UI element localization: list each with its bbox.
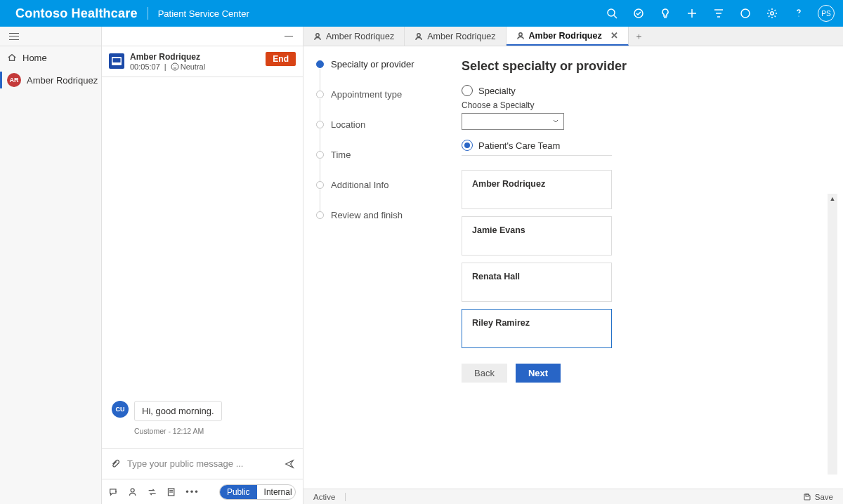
radio-care-team[interactable]: Patient's Care Team: [462, 140, 822, 151]
message-avatar: CU: [112, 401, 129, 418]
user-avatar[interactable]: PS: [818, 5, 835, 22]
svg-point-14: [131, 489, 134, 492]
search-icon[interactable]: [600, 0, 624, 27]
scroll-up-icon[interactable]: ▲: [830, 194, 836, 204]
svg-point-19: [417, 33, 420, 36]
step-review[interactable]: Review and finish: [316, 210, 440, 240]
radio-specialty[interactable]: Specialty: [462, 85, 822, 96]
svg-point-5: [741, 9, 750, 18]
person-icon: [516, 32, 525, 40]
more-icon[interactable]: •••: [185, 486, 200, 497]
care-team-top-divider: [462, 155, 612, 156]
svg-rect-21: [806, 494, 809, 496]
svg-point-12: [173, 65, 174, 66]
step-location[interactable]: Location: [316, 119, 440, 150]
tab-patient-2[interactable]: Amber Rodriquez ✕: [507, 27, 629, 46]
chat-transcript: CU Hi, good morning. Customer - 12:12 AM: [102, 77, 303, 448]
step-appointment-type[interactable]: Appointment type: [316, 89, 440, 119]
hamburger-icon[interactable]: [9, 33, 19, 40]
care-team-card[interactable]: Jamie Evans: [462, 216, 612, 256]
lightbulb-icon[interactable]: [653, 0, 677, 27]
message-meta: Customer - 12:12 AM: [134, 427, 293, 435]
conversation-panel: Amber Rodriquez 00:05:07 | Neutral End C…: [102, 27, 303, 504]
person-icon: [414, 32, 423, 41]
sentiment-indicator: Neutral: [171, 62, 205, 71]
task-check-icon[interactable]: [627, 0, 651, 27]
rail-header: [0, 27, 101, 46]
rail-home-label: Home: [22, 53, 47, 63]
home-icon: [7, 53, 17, 62]
care-team-card-selected[interactable]: Riley Ramirez: [462, 309, 612, 348]
active-chat-card[interactable]: Amber Rodriquez 00:05:07 | Neutral End: [102, 46, 303, 77]
rail-session-label: Amber Rodriquez: [27, 75, 98, 86]
chat-channel-icon: [109, 53, 124, 69]
chat-message-input[interactable]: [127, 458, 277, 469]
main-area: Amber Rodriquez Amber Rodriquez Amber Ro…: [303, 27, 843, 504]
header-actions: PS: [600, 0, 835, 27]
filter-icon[interactable]: [707, 0, 731, 27]
message-bubble: Hi, good morning.: [134, 401, 222, 421]
notes-icon[interactable]: [166, 487, 176, 497]
rail-item-session[interactable]: AR Amber Rodriquez: [0, 69, 101, 91]
record-status: Active: [313, 493, 335, 501]
brand-name: Contoso Healthcare: [15, 6, 138, 21]
send-icon[interactable]: [285, 459, 294, 469]
help-icon[interactable]: [787, 0, 811, 27]
step-additional-info[interactable]: Additional Info: [316, 180, 440, 210]
form-panel: Select specialty or provider Specialty C…: [447, 46, 843, 489]
chat-message: CU Hi, good morning.: [112, 401, 293, 421]
add-icon[interactable]: [680, 0, 704, 27]
status-bar: Active Save: [303, 489, 843, 504]
svg-point-0: [608, 9, 615, 16]
session-avatar: AR: [7, 73, 21, 87]
svg-point-7: [798, 15, 799, 16]
svg-point-20: [518, 32, 521, 35]
tab-patient-1[interactable]: Amber Rodriquez: [405, 27, 506, 46]
chat-customer-name: Amber Rodriquez: [130, 52, 260, 62]
rail-item-home[interactable]: Home: [0, 46, 101, 69]
svg-point-6: [771, 12, 773, 15]
chat-timer: 00:05:07: [130, 62, 160, 71]
save-icon: [803, 493, 811, 501]
attachment-icon[interactable]: [110, 459, 120, 469]
step-specialty[interactable]: Specialty or provider: [316, 59, 440, 89]
end-chat-button[interactable]: End: [266, 52, 296, 66]
toggle-internal[interactable]: Internal: [257, 485, 296, 499]
chat-panel-header: [102, 27, 303, 46]
left-rail: Home AR Amber Rodriquez: [0, 27, 102, 504]
panel-title: Select specialty or provider: [462, 59, 822, 74]
chat-toolbar: ••• Public Internal: [102, 479, 303, 504]
chat-sub-sep: |: [164, 62, 166, 71]
product-name: Patient Service Center: [158, 8, 249, 19]
svg-point-13: [176, 65, 176, 66]
care-team-card[interactable]: Amber Rodriquez: [462, 170, 612, 209]
chevron-down-icon: [552, 118, 559, 125]
minimize-icon[interactable]: [285, 36, 293, 37]
consult-icon[interactable]: [128, 487, 137, 497]
person-icon: [313, 32, 322, 41]
chat-input-bar: [102, 448, 303, 479]
back-button[interactable]: Back: [462, 364, 507, 383]
care-team-card[interactable]: Renata Hall: [462, 263, 612, 302]
radio-icon: [462, 85, 473, 96]
quick-reply-icon[interactable]: [109, 487, 118, 497]
close-tab-icon[interactable]: ✕: [610, 30, 618, 41]
specialty-field-label: Choose a Specialty: [462, 100, 822, 110]
record-icon[interactable]: [733, 0, 757, 27]
toggle-public[interactable]: Public: [220, 485, 257, 499]
svg-line-1: [614, 15, 617, 18]
app-header: Contoso Healthcare Patient Service Cente…: [0, 0, 843, 27]
gear-icon[interactable]: [760, 0, 784, 27]
svg-point-18: [316, 33, 319, 36]
specialty-select[interactable]: [462, 113, 564, 130]
save-button[interactable]: Save: [803, 493, 833, 501]
new-tab-button[interactable]: ＋: [629, 27, 650, 46]
radio-icon: [462, 140, 473, 151]
svg-rect-9: [113, 58, 121, 62]
next-button[interactable]: Next: [516, 364, 561, 383]
scrollbar[interactable]: ▲: [828, 194, 837, 475]
tab-patient-0[interactable]: Amber Rodriquez: [303, 27, 405, 46]
visibility-toggle[interactable]: Public Internal: [219, 484, 296, 500]
transfer-icon[interactable]: [148, 487, 157, 497]
step-time[interactable]: Time: [316, 150, 440, 180]
